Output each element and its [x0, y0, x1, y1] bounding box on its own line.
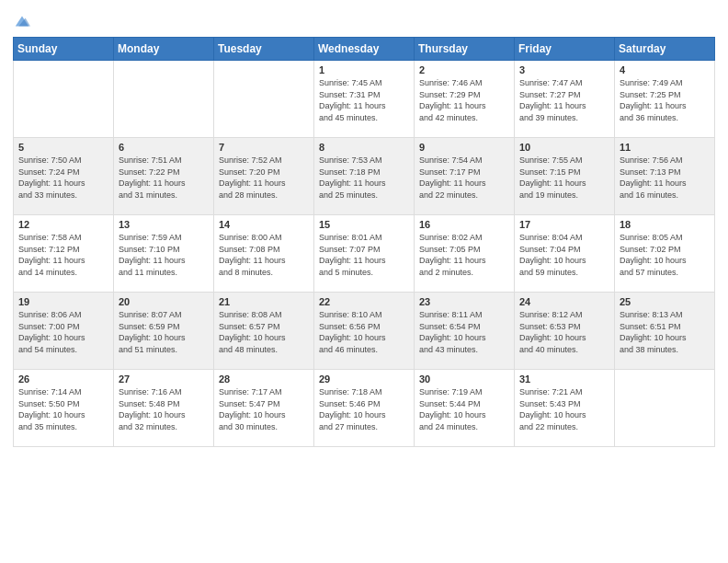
- calendar-cell: 29Sunrise: 7:18 AM Sunset: 5:46 PM Dayli…: [314, 370, 415, 447]
- day-number: 17: [519, 219, 609, 230]
- day-number: 13: [119, 219, 209, 230]
- day-info: Sunrise: 7:21 AM Sunset: 5:43 PM Dayligh…: [519, 386, 609, 432]
- calendar-cell: 14Sunrise: 8:00 AM Sunset: 7:08 PM Dayli…: [214, 215, 314, 293]
- day-info: Sunrise: 7:59 AM Sunset: 7:10 PM Dayligh…: [119, 232, 209, 278]
- day-number: 8: [319, 142, 409, 153]
- calendar-cell: 8Sunrise: 7:53 AM Sunset: 7:18 PM Daylig…: [314, 138, 415, 215]
- logo: [13, 13, 30, 29]
- weekday-header-row: SundayMondayTuesdayWednesdayThursdayFrid…: [14, 38, 715, 61]
- calendar-row-2: 12Sunrise: 7:58 AM Sunset: 7:12 PM Dayli…: [14, 215, 715, 293]
- day-info: Sunrise: 7:52 AM Sunset: 7:20 PM Dayligh…: [219, 155, 309, 201]
- calendar-cell: [214, 61, 314, 138]
- day-info: Sunrise: 8:10 AM Sunset: 6:56 PM Dayligh…: [319, 309, 409, 355]
- calendar-cell: 23Sunrise: 8:11 AM Sunset: 6:54 PM Dayli…: [415, 293, 515, 370]
- calendar-cell: 10Sunrise: 7:55 AM Sunset: 7:15 PM Dayli…: [515, 138, 615, 215]
- calendar-cell: 30Sunrise: 7:19 AM Sunset: 5:44 PM Dayli…: [415, 370, 515, 447]
- day-number: 22: [319, 296, 409, 307]
- calendar-cell: 19Sunrise: 8:06 AM Sunset: 7:00 PM Dayli…: [14, 293, 114, 370]
- calendar-cell: 1Sunrise: 7:45 AM Sunset: 7:31 PM Daylig…: [314, 61, 415, 138]
- weekday-header-saturday: Saturday: [615, 38, 715, 61]
- weekday-header-wednesday: Wednesday: [314, 38, 415, 61]
- day-info: Sunrise: 8:08 AM Sunset: 6:57 PM Dayligh…: [219, 309, 309, 355]
- day-info: Sunrise: 7:45 AM Sunset: 7:31 PM Dayligh…: [319, 77, 409, 123]
- day-info: Sunrise: 8:01 AM Sunset: 7:07 PM Dayligh…: [319, 232, 409, 278]
- day-number: 4: [620, 64, 710, 75]
- day-info: Sunrise: 7:58 AM Sunset: 7:12 PM Dayligh…: [18, 232, 108, 278]
- day-number: 19: [18, 296, 108, 307]
- calendar-cell: 7Sunrise: 7:52 AM Sunset: 7:20 PM Daylig…: [214, 138, 314, 215]
- day-info: Sunrise: 7:18 AM Sunset: 5:46 PM Dayligh…: [319, 386, 409, 432]
- logo-icon: [14, 13, 30, 29]
- day-info: Sunrise: 8:11 AM Sunset: 6:54 PM Dayligh…: [419, 309, 509, 355]
- calendar-cell: 6Sunrise: 7:51 AM Sunset: 7:22 PM Daylig…: [114, 138, 214, 215]
- day-number: 29: [319, 373, 409, 385]
- calendar-cell: 17Sunrise: 8:04 AM Sunset: 7:04 PM Dayli…: [515, 215, 615, 293]
- day-number: 18: [620, 219, 710, 230]
- day-number: 26: [18, 373, 108, 385]
- day-info: Sunrise: 7:17 AM Sunset: 5:47 PM Dayligh…: [219, 386, 309, 432]
- day-number: 21: [219, 296, 309, 307]
- calendar-cell: 13Sunrise: 7:59 AM Sunset: 7:10 PM Dayli…: [114, 215, 214, 293]
- calendar-cell: 12Sunrise: 7:58 AM Sunset: 7:12 PM Dayli…: [14, 215, 114, 293]
- calendar-cell: 5Sunrise: 7:50 AM Sunset: 7:24 PM Daylig…: [14, 138, 114, 215]
- day-number: 9: [419, 142, 509, 153]
- calendar-cell: 21Sunrise: 8:08 AM Sunset: 6:57 PM Dayli…: [214, 293, 314, 370]
- day-info: Sunrise: 7:47 AM Sunset: 7:27 PM Dayligh…: [519, 77, 609, 123]
- calendar-cell: 31Sunrise: 7:21 AM Sunset: 5:43 PM Dayli…: [515, 370, 615, 447]
- day-number: 28: [219, 373, 309, 385]
- calendar-row-3: 19Sunrise: 8:06 AM Sunset: 7:00 PM Dayli…: [14, 293, 715, 370]
- day-info: Sunrise: 8:06 AM Sunset: 7:00 PM Dayligh…: [18, 309, 108, 355]
- calendar-cell: 3Sunrise: 7:47 AM Sunset: 7:27 PM Daylig…: [515, 61, 615, 138]
- day-info: Sunrise: 7:16 AM Sunset: 5:48 PM Dayligh…: [119, 386, 209, 432]
- day-info: Sunrise: 7:54 AM Sunset: 7:17 PM Dayligh…: [419, 155, 509, 201]
- day-info: Sunrise: 7:49 AM Sunset: 7:25 PM Dayligh…: [620, 77, 710, 123]
- day-number: 15: [319, 219, 409, 230]
- day-number: 25: [620, 296, 710, 307]
- calendar-row-1: 5Sunrise: 7:50 AM Sunset: 7:24 PM Daylig…: [14, 138, 715, 215]
- calendar-cell: 15Sunrise: 8:01 AM Sunset: 7:07 PM Dayli…: [314, 215, 415, 293]
- day-info: Sunrise: 7:55 AM Sunset: 7:15 PM Dayligh…: [519, 155, 609, 201]
- calendar-cell: [615, 370, 715, 447]
- day-number: 20: [119, 296, 209, 307]
- day-info: Sunrise: 8:02 AM Sunset: 7:05 PM Dayligh…: [419, 232, 509, 278]
- weekday-header-monday: Monday: [114, 38, 214, 61]
- day-number: 23: [419, 296, 509, 307]
- calendar-cell: 22Sunrise: 8:10 AM Sunset: 6:56 PM Dayli…: [314, 293, 415, 370]
- weekday-header-friday: Friday: [515, 38, 615, 61]
- day-number: 27: [119, 373, 209, 385]
- day-info: Sunrise: 7:56 AM Sunset: 7:13 PM Dayligh…: [620, 155, 710, 201]
- weekday-header-tuesday: Tuesday: [214, 38, 314, 61]
- calendar-cell: [114, 61, 214, 138]
- page-header: [13, 9, 715, 29]
- calendar-cell: 2Sunrise: 7:46 AM Sunset: 7:29 PM Daylig…: [415, 61, 515, 138]
- day-info: Sunrise: 8:12 AM Sunset: 6:53 PM Dayligh…: [519, 309, 609, 355]
- day-info: Sunrise: 8:05 AM Sunset: 7:02 PM Dayligh…: [620, 232, 710, 278]
- day-number: 11: [620, 142, 710, 153]
- day-info: Sunrise: 7:19 AM Sunset: 5:44 PM Dayligh…: [419, 386, 509, 432]
- calendar-cell: 11Sunrise: 7:56 AM Sunset: 7:13 PM Dayli…: [615, 138, 715, 215]
- day-number: 14: [219, 219, 309, 230]
- day-info: Sunrise: 7:51 AM Sunset: 7:22 PM Dayligh…: [119, 155, 209, 201]
- calendar-cell: 4Sunrise: 7:49 AM Sunset: 7:25 PM Daylig…: [615, 61, 715, 138]
- day-number: 31: [519, 373, 609, 385]
- day-number: 2: [419, 64, 509, 75]
- weekday-header-sunday: Sunday: [14, 38, 114, 61]
- day-number: 3: [519, 64, 609, 75]
- calendar-cell: 20Sunrise: 8:07 AM Sunset: 6:59 PM Dayli…: [114, 293, 214, 370]
- day-number: 6: [119, 142, 209, 153]
- calendar-row-4: 26Sunrise: 7:14 AM Sunset: 5:50 PM Dayli…: [14, 370, 715, 447]
- weekday-header-thursday: Thursday: [415, 38, 515, 61]
- calendar-cell: 25Sunrise: 8:13 AM Sunset: 6:51 PM Dayli…: [615, 293, 715, 370]
- day-info: Sunrise: 8:00 AM Sunset: 7:08 PM Dayligh…: [219, 232, 309, 278]
- day-info: Sunrise: 8:07 AM Sunset: 6:59 PM Dayligh…: [119, 309, 209, 355]
- calendar-table: SundayMondayTuesdayWednesdayThursdayFrid…: [13, 37, 715, 447]
- day-number: 24: [519, 296, 609, 307]
- calendar-cell: 27Sunrise: 7:16 AM Sunset: 5:48 PM Dayli…: [114, 370, 214, 447]
- day-number: 5: [18, 142, 108, 153]
- day-info: Sunrise: 8:04 AM Sunset: 7:04 PM Dayligh…: [519, 232, 609, 278]
- calendar-cell: 28Sunrise: 7:17 AM Sunset: 5:47 PM Dayli…: [214, 370, 314, 447]
- calendar-cell: [14, 61, 114, 138]
- day-info: Sunrise: 7:46 AM Sunset: 7:29 PM Dayligh…: [419, 77, 509, 123]
- calendar-cell: 9Sunrise: 7:54 AM Sunset: 7:17 PM Daylig…: [415, 138, 515, 215]
- day-number: 16: [419, 219, 509, 230]
